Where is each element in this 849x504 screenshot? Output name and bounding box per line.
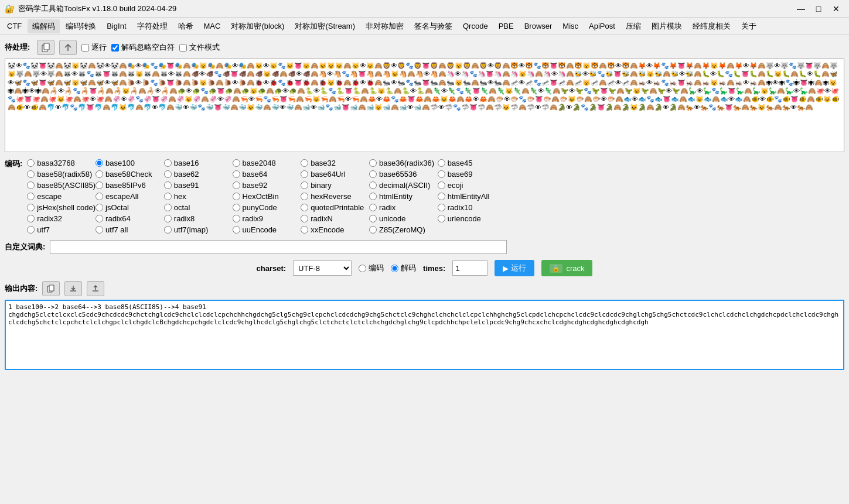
menu-item-symmetric-stream[interactable]: 对称加密(Stream) <box>290 19 360 33</box>
menu-item-about[interactable]: 关于 <box>737 19 761 33</box>
encoding-option-uuencode[interactable]: uuEncode <box>233 225 301 234</box>
ignore-whitespace-checkbox[interactable] <box>111 44 119 52</box>
encoding-radio-binary[interactable] <box>301 181 308 189</box>
step-by-step-checkbox[interactable] <box>81 44 89 52</box>
encoding-radio-base62[interactable] <box>164 170 172 178</box>
encoding-option-base32[interactable]: base32 <box>301 159 369 167</box>
encoding-option-htmlentity[interactable]: htmlEntity <box>369 192 438 201</box>
decode-radio[interactable] <box>391 265 398 272</box>
encoding-option-escape[interactable]: escape <box>27 192 96 201</box>
crack-button[interactable]: 🔒 crack <box>541 260 592 276</box>
encoding-radio-jsHexShell[interactable] <box>27 204 35 211</box>
encoding-radio-jsoctal[interactable] <box>96 204 103 211</box>
encoding-option-base85ascii85[interactable]: base85(ASCII85) <box>27 181 96 190</box>
encoding-radio-base45[interactable] <box>438 159 445 167</box>
encoding-radio-radix9[interactable] <box>233 215 240 222</box>
encoding-radio-base2048[interactable] <box>233 159 240 167</box>
encoding-option-ecoji[interactable]: ecoji <box>438 181 506 190</box>
encoding-option-radix32[interactable]: radix32 <box>27 214 96 223</box>
minimize-button[interactable]: — <box>793 2 809 15</box>
encoding-radio-radix32[interactable] <box>27 215 35 222</box>
custom-dict-input[interactable] <box>50 240 507 254</box>
encoding-option-base45[interactable]: base45 <box>438 159 506 167</box>
menu-item-apipost[interactable]: ApiPost <box>584 20 620 32</box>
encoding-option-hexoctbin[interactable]: HexOctBin <box>233 192 301 201</box>
encoding-option-decimal-ascii[interactable]: decimal(ASCII) <box>369 181 438 190</box>
encoding-radio-radix64[interactable] <box>96 215 103 222</box>
encoding-option-punycode[interactable]: punyCode <box>233 203 301 212</box>
encode-radio[interactable] <box>359 265 366 272</box>
output-upload-button[interactable] <box>87 281 104 296</box>
encoding-radio-quotedprintable[interactable] <box>301 204 308 211</box>
encoding-option-base91[interactable]: base91 <box>164 181 233 190</box>
encoding-radio-base92[interactable] <box>233 181 240 189</box>
paste-button[interactable] <box>37 40 54 55</box>
encoding-radio-base64url[interactable] <box>301 170 308 178</box>
encoding-radio-base69[interactable] <box>438 170 445 178</box>
encoding-option-radixN[interactable]: radixN <box>301 214 369 223</box>
encoding-option-base58check[interactable]: base58Check <box>96 170 164 179</box>
menu-item-sign-verify[interactable]: 签名与验签 <box>410 19 457 33</box>
output-copy-button[interactable] <box>42 281 60 296</box>
menu-item-qrcode[interactable]: Qrcode <box>458 20 493 32</box>
encoding-option-quotedprintable[interactable]: quotedPrintable <box>301 203 369 212</box>
encoding-radio-base85ascii85[interactable] <box>27 181 35 189</box>
encoding-radio-octal[interactable] <box>164 204 172 211</box>
clear-button[interactable] <box>59 40 77 55</box>
encoding-radio-base65536[interactable] <box>369 170 377 178</box>
encoding-option-utf7all[interactable]: utf7 all <box>96 225 164 234</box>
encoding-radio-radixN[interactable] <box>301 215 308 222</box>
encoding-radio-base36radix36[interactable] <box>369 159 377 167</box>
encoding-radio-hex[interactable] <box>164 193 172 200</box>
menu-item-hash[interactable]: 哈希 <box>173 19 198 33</box>
encoding-option-basa32768[interactable]: basa32768 <box>27 159 96 167</box>
encoding-radio-base64[interactable] <box>233 170 240 178</box>
menu-item-lat-lng[interactable]: 经纬度相关 <box>688 19 735 33</box>
encoding-radio-radix10[interactable] <box>438 204 445 211</box>
encoding-option-radix9[interactable]: radix9 <box>233 214 301 223</box>
menu-item-mac[interactable]: MAC <box>199 20 226 32</box>
encoding-option-base62[interactable]: base62 <box>164 170 233 179</box>
times-input[interactable] <box>452 260 487 276</box>
encoding-radio-base58check[interactable] <box>96 170 103 178</box>
step-by-step-checkbox-label[interactable]: 逐行 <box>81 42 107 53</box>
encoding-radio-punycode[interactable] <box>233 204 240 211</box>
encoding-radio-utf7imap[interactable] <box>164 226 172 234</box>
encoding-radio-utf7[interactable] <box>27 226 35 234</box>
encoding-radio-escape[interactable] <box>27 193 35 200</box>
encoding-option-base64url[interactable]: base64Url <box>301 170 369 179</box>
encoding-radio-base85ipv6[interactable] <box>96 181 103 189</box>
menu-item-asymmetric[interactable]: 非对称加密 <box>361 19 408 33</box>
encoding-option-base92[interactable]: base92 <box>233 181 301 190</box>
run-button[interactable]: ▶ 运行 <box>495 260 534 276</box>
encode-radio-label[interactable]: 编码 <box>359 263 384 273</box>
ignore-whitespace-checkbox-label[interactable]: 解码忽略空白符 <box>111 42 175 53</box>
input-textarea[interactable]: 🐼👁🐾🐼👅🐼🙈🐼😺🐼🙈🐼👁🐼🙈🎭👁🎭🐾🎭👅🎭🙈🎭😺🎭🙈🎭👁🎭🙈🐱👁🐱🐾🐱👅🐱🙈🐱… <box>5 59 844 152</box>
file-mode-checkbox[interactable] <box>179 44 187 52</box>
encoding-option-base64[interactable]: base64 <box>233 170 301 179</box>
menu-item-compress[interactable]: 压缩 <box>621 19 646 33</box>
menu-item-decode[interactable]: 编解码 <box>28 19 60 33</box>
menu-item-symmetric-block[interactable]: 对称加密(block) <box>226 19 289 33</box>
encoding-radio-base91[interactable] <box>164 181 172 189</box>
menu-item-ctf[interactable]: CTF <box>2 20 26 32</box>
encoding-radio-htmlentityall[interactable] <box>438 193 445 200</box>
menu-item-browser[interactable]: Browser <box>520 20 557 32</box>
encoding-radio-base16[interactable] <box>164 159 172 167</box>
menu-item-string-process[interactable]: 字符处理 <box>132 19 172 33</box>
encoding-radio-radix[interactable] <box>369 204 377 211</box>
encoding-option-xxencode[interactable]: xxEncode <box>301 225 369 234</box>
encoding-option-radix8[interactable]: radix8 <box>164 214 233 223</box>
encoding-option-jsoctal[interactable]: jsOctal <box>96 203 164 212</box>
output-textarea[interactable]: 1 base100-->2 base64-->3 base85(ASCII85)… <box>5 300 844 370</box>
file-mode-checkbox-label[interactable]: 文件模式 <box>179 42 220 53</box>
encoding-option-base2048[interactable]: base2048 <box>233 159 301 167</box>
encoding-radio-base32[interactable] <box>301 159 308 167</box>
encoding-option-octal[interactable]: octal <box>164 203 233 212</box>
encoding-option-unicode[interactable]: unicode <box>369 214 438 223</box>
encoding-option-radix64[interactable]: radix64 <box>96 214 164 223</box>
menu-item-pbe[interactable]: PBE <box>494 20 519 32</box>
encoding-option-escapeAll[interactable]: escapeAll <box>96 192 164 201</box>
encoding-radio-decimal-ascii[interactable] <box>369 181 377 189</box>
decode-radio-label[interactable]: 解码 <box>391 263 416 273</box>
